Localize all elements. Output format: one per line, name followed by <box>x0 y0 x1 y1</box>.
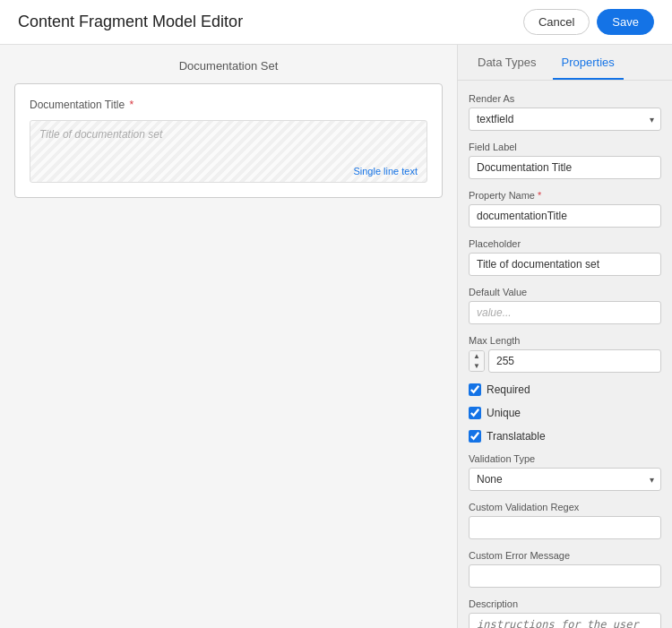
property-name-input[interactable] <box>469 204 661 228</box>
placeholder-group: Placeholder <box>469 238 661 276</box>
translatable-checkbox[interactable] <box>469 430 481 443</box>
render-as-group: Render As textfield textarea ▾ <box>469 93 661 131</box>
validation-type-select[interactable]: None Regex <box>469 468 661 491</box>
header-actions: Cancel Save <box>523 9 654 35</box>
unique-checkbox[interactable] <box>469 407 481 419</box>
panel-tabs: Data Types Properties <box>458 45 672 81</box>
property-name-group: Property Name * <box>469 190 661 228</box>
max-length-input[interactable] <box>488 349 661 373</box>
custom-error-message-group: Custom Error Message <box>469 550 661 588</box>
header: Content Fragment Model Editor Cancel Sav… <box>0 0 672 45</box>
section-title: Documentation Set <box>179 59 279 73</box>
description-textarea[interactable] <box>469 613 661 628</box>
required-group: Required <box>469 383 661 396</box>
translatable-group: Translatable <box>469 430 661 443</box>
page-title: Content Fragment Model Editor <box>18 13 243 31</box>
unique-label: Unique <box>487 407 521 419</box>
custom-error-message-label: Custom Error Message <box>469 550 661 561</box>
max-length-wrapper: ▲ ▼ <box>469 349 661 373</box>
render-as-select-wrapper: textfield textarea ▾ <box>469 108 661 131</box>
max-length-label: Max Length <box>469 335 661 346</box>
unique-group: Unique <box>469 407 661 419</box>
required-indicator: * <box>126 99 134 111</box>
field-type-label: Single line text <box>353 166 418 176</box>
custom-validation-regex-label: Custom Validation Regex <box>469 502 661 512</box>
max-length-group: Max Length ▲ ▼ <box>469 335 661 373</box>
stepper-up-button[interactable]: ▲ <box>470 351 484 361</box>
canvas-field-label: Documentation Title * <box>30 99 427 111</box>
validation-type-label: Validation Type <box>469 453 661 464</box>
stepper-down-button[interactable]: ▼ <box>470 361 484 371</box>
canvas-area: Documentation Set Documentation Title * … <box>0 45 457 628</box>
render-as-select[interactable]: textfield textarea <box>469 108 661 131</box>
default-value-label: Default Value <box>469 287 661 297</box>
required-label: Required <box>487 383 530 396</box>
validation-type-select-wrapper: None Regex ▾ <box>469 468 661 491</box>
custom-validation-regex-input[interactable] <box>469 516 661 539</box>
placeholder-label: Placeholder <box>469 238 661 249</box>
panel-properties-content: Render As textfield textarea ▾ Field Lab… <box>458 81 672 628</box>
main-layout: Documentation Set Documentation Title * … <box>0 45 672 628</box>
description-label: Description <box>469 598 661 609</box>
placeholder-input[interactable] <box>469 253 661 276</box>
field-placeholder-text: Title of documentation set <box>30 121 426 148</box>
cancel-button[interactable]: Cancel <box>523 9 590 35</box>
canvas-field-group: Documentation Title * Title of documenta… <box>30 99 427 183</box>
property-name-label: Property Name * <box>469 190 661 201</box>
default-value-group: Default Value <box>469 287 661 324</box>
custom-validation-regex-group: Custom Validation Regex <box>469 502 661 539</box>
right-panel: Data Types Properties Render As textfiel… <box>457 45 672 628</box>
description-group: Description <box>469 598 661 628</box>
translatable-label: Translatable <box>487 430 546 443</box>
canvas-card: Documentation Title * Title of documenta… <box>14 83 443 198</box>
save-button[interactable]: Save <box>597 9 654 35</box>
field-label-label: Field Label <box>469 142 661 152</box>
tab-data-types[interactable]: Data Types <box>469 45 546 80</box>
field-label-input[interactable] <box>469 156 661 179</box>
custom-error-message-input[interactable] <box>469 564 661 588</box>
max-length-stepper: ▲ ▼ <box>469 350 485 372</box>
required-checkbox[interactable] <box>469 383 481 396</box>
field-label-group: Field Label <box>469 142 661 179</box>
tab-properties[interactable]: Properties <box>553 45 624 80</box>
default-value-input[interactable] <box>469 301 661 324</box>
field-preview[interactable]: Title of documentation set Single line t… <box>30 120 427 183</box>
validation-type-group: Validation Type None Regex ▾ <box>469 453 661 491</box>
render-as-label: Render As <box>469 93 661 104</box>
